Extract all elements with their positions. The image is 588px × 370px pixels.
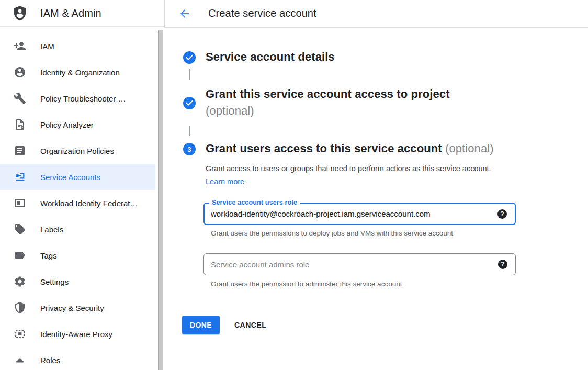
sidebar-item-label: IAM [40,42,54,51]
step-connector [189,69,190,80]
step-2-optional-label: (optional) [206,104,450,118]
iam-admin-shield-logo-icon [12,4,28,22]
admins-role-input[interactable] [204,254,515,275]
sidebar-item-iam[interactable]: IAM [0,33,155,59]
back-button[interactable] [178,7,191,20]
wrench-icon [14,92,26,105]
label-tag-icon [14,223,26,236]
shield-icon [14,301,26,314]
card-icon [14,197,26,209]
admins-role-helper-text: Grant users the permission to administer… [211,280,402,288]
sidebar-item-service-accounts[interactable]: Service Accounts [0,164,155,190]
step-1-check-icon [183,51,196,64]
cancel-button[interactable]: CANCEL [234,316,266,334]
sidebar-item-label: Roles [40,356,60,365]
sidebar-item-label: Tags [40,251,57,260]
tag-arrow-icon [14,249,26,262]
sidebar: IAM & Admin IAM Identity & Organization … [0,0,164,370]
sidebar-item-roles[interactable]: Roles [0,347,155,370]
sidebar-item-organization-policies[interactable]: Organization Policies [0,138,155,164]
users-role-field-label: Service account users role [209,199,300,206]
main-content: Create service account Service account d… [165,0,588,370]
step-3-number-badge: 3 [183,143,196,155]
sidebar-item-identity-aware-proxy[interactable]: Identity-Aware Proxy [0,321,155,347]
step-3-title-text: Grant users access to this service accou… [206,142,442,155]
proxy-frame-icon [14,328,26,340]
learn-more-link[interactable]: Learn more [206,177,244,186]
sidebar-item-label: Privacy & Security [40,304,104,312]
service-account-key-icon [14,171,26,183]
sidebar-item-label: Identity & Organization [40,68,120,77]
step-3-title: Grant users access to this service accou… [206,142,494,155]
step-2-title: Grant this service account access to pro… [206,87,450,118]
step-connector [189,126,190,136]
sidebar-item-workload-identity-federation[interactable]: Workload Identity Federat… [0,190,155,216]
users-role-helper-text: Grant users the permissions to deploy jo… [211,229,453,237]
account-circle-icon [14,66,26,79]
sidebar-item-settings[interactable]: Settings [0,268,155,295]
sidebar-item-label: Settings [40,277,69,286]
sidebar-item-identity-organization[interactable]: Identity & Organization [0,59,155,85]
sidebar-item-label: Policy Analyzer [40,120,94,129]
page-title: Create service account [208,7,316,19]
sidebar-item-labels[interactable]: Labels [0,216,155,242]
sidebar-item-policy-analyzer[interactable]: Policy Analyzer [0,111,155,138]
hat-icon [14,354,26,366]
sidebar-item-label: Identity-Aware Proxy [40,330,112,339]
page-header: Create service account [165,0,588,28]
article-icon [14,144,26,157]
step-3-optional-label: (optional) [445,142,494,155]
sidebar-nav: IAM Identity & Organization Policy Troub… [0,33,158,370]
users-role-field: Service account users role ? [203,203,516,225]
sidebar-item-policy-troubleshooter[interactable]: Policy Troubleshooter … [0,85,155,111]
sidebar-item-label: Organization Policies [40,147,114,155]
iam-admin-console: IAM & Admin IAM Identity & Organization … [0,0,588,370]
document-gear-icon [14,118,26,131]
arrow-back-icon [178,7,191,20]
step-1-title: Service account details [206,50,335,64]
sidebar-item-label: Service Accounts [40,173,100,182]
admins-role-field: ? [203,253,516,275]
sidebar-item-label: Workload Identity Federat… [40,199,138,208]
person-add-icon [14,40,26,52]
sidebar-header: IAM & Admin [0,0,164,27]
sidebar-scrollbar-thumb[interactable] [158,30,163,370]
sidebar-item-label: Labels [40,225,63,234]
done-button[interactable]: DONE [182,316,220,334]
help-icon[interactable]: ? [498,260,507,269]
step-2-title-text: Grant this service account access to pro… [206,87,450,100]
step-3-description: Grant access to users or groups that nee… [206,162,501,188]
users-role-input[interactable] [205,204,515,224]
gear-icon [14,275,26,288]
product-title: IAM & Admin [40,7,101,19]
sidebar-item-privacy-security[interactable]: Privacy & Security [0,295,155,321]
sidebar-item-label: Policy Troubleshooter … [40,94,126,103]
sidebar-item-tags[interactable]: Tags [0,242,155,268]
help-icon[interactable]: ? [497,209,507,219]
description-text: Grant access to users or groups that nee… [206,164,491,173]
step-2-check-icon [183,97,196,109]
